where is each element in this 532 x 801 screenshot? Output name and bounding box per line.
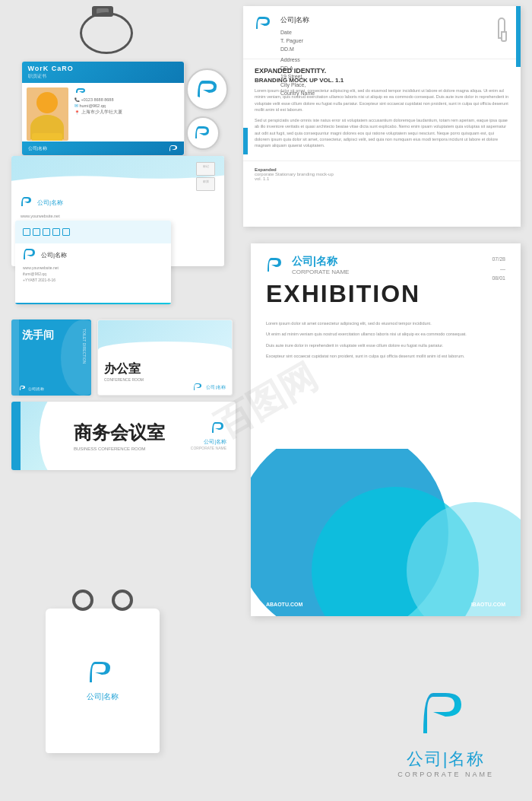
office-zh-title: 办公室 [104, 361, 226, 377]
id-card-photo [27, 87, 68, 141]
poster-date-separator: — [492, 265, 505, 275]
stamp-label-2: 邮票 [197, 178, 214, 183]
bottom-logo-area: 公司|名称 CORPORATE NAME [397, 689, 494, 778]
conference-zh-title: 商务会议室 [74, 421, 165, 445]
poster-date-1: 07/28 [492, 255, 505, 265]
badge-large [186, 68, 228, 110]
bag-company-name: 公司|名称 [87, 691, 119, 702]
poster-company-block: 公司|名称 CORPORATE NAME [292, 255, 349, 275]
id-phone: 📞 +0123 8688 8688 [74, 97, 179, 102]
id-card-name [74, 87, 179, 94]
conference-sign-logo: 公司|名称 CORPORATE NAME [191, 421, 226, 450]
biz-website: www.yourwebsite.net [23, 265, 163, 271]
biz-card-body: 公司|名称 www.yourwebsite.net ifumi@962.qq +… [15, 243, 171, 288]
conference-wave-area [21, 402, 62, 470]
envelope-company-name: 公司|名称 [37, 199, 63, 207]
letterhead-date-value: T. PaguerDD.M [280, 37, 315, 53]
toilet-sign: 洗手间 TOILET DIRECTION 公司|名称 [11, 319, 91, 396]
shopping-bag: 公司|名称 [46, 609, 160, 753]
biz-checkbox-5 [62, 228, 70, 236]
biz-checkbox-1 [23, 228, 30, 236]
toilet-sign-left-bar [11, 319, 19, 396]
bag-content: 公司|名称 [46, 609, 160, 753]
letterhead-header: 公司|名称 Date T. PaguerDD.M Address DD.A19 … [243, 6, 521, 59]
id-bottom-logo-icon [169, 145, 178, 152]
poster-main-title: EXHIBITION [266, 280, 505, 308]
toilet-logo-icon [19, 385, 27, 392]
bag-handle-right [112, 590, 133, 611]
letterhead-footer: Expanded corporate Stationary branding m… [243, 161, 521, 187]
conference-text-block: 商务会议室 BUSINESS CONFERENCE ROOM [74, 421, 165, 451]
office-logo-icon [193, 383, 204, 392]
letterhead-date: Date [280, 28, 315, 37]
bottom-company-en: CORPORATE NAME [397, 771, 494, 778]
exhibition-poster: 公司|名称 CORPORATE NAME EXHIBITION 07/28 — … [251, 243, 521, 616]
letterhead-addr-label: Address [280, 56, 315, 64]
poster-body: Lorem ipsum dolor sit amet consectetur a… [251, 320, 521, 371]
envelope-stamp-1: 标记 [196, 162, 215, 176]
conference-wave-shape [40, 402, 62, 470]
letterhead-company-name: 公司|名称 [280, 15, 315, 25]
office-sign-footer: 公司|名称 [193, 383, 226, 392]
envelope-wave-svg [11, 173, 224, 190]
envelope-logo-row: 公司|名称 [21, 196, 215, 208]
office-sign-top [98, 320, 232, 358]
biz-company-name: 公司|名称 [41, 251, 67, 259]
badge-small [186, 116, 220, 150]
bag-handle-left [72, 590, 93, 611]
business-card: 公司|名称 www.yourwebsite.net ifumi@962.qq +… [15, 221, 171, 304]
badge-small-logo [194, 125, 212, 141]
biz-phone: +YYABT 2021-8-16 [23, 277, 163, 283]
envelope-stamp-2: 邮票 [196, 177, 215, 191]
envelope-logo-icon [21, 196, 34, 208]
poster-text-4: Excepteur sint occaecat cupidatat non pr… [266, 353, 505, 360]
office-company: 公司|名称 [206, 384, 226, 391]
stamp-label-1: 标记 [197, 163, 214, 168]
letterhead-body: EXPANDED IDENTITY. BRANDING MOCK UP VOL.… [243, 59, 521, 161]
poster-text-2: Ut enim ad minim veniam quis nostrud exe… [266, 331, 505, 338]
office-sign-wave [98, 342, 232, 358]
office-sign-body: 办公室 CONFERENCE ROOM [98, 358, 232, 385]
poster-date-area: 07/28 — 08/01 [492, 255, 505, 284]
conference-company-en: CORPORATE NAME [191, 446, 226, 450]
biz-card-bottom-bar [15, 303, 171, 304]
sign-row-1: 洗手间 TOILET DIRECTION 公司|名称 办公室 CONFERENC… [11, 319, 239, 396]
avatar-shirt [32, 133, 62, 141]
biz-checkbox-3 [43, 228, 50, 236]
lanyard-rope [80, 6, 125, 59]
letterhead-logo-icon [255, 15, 273, 32]
letterhead-subtitle: BRANDING MOCK UP VOL. 1.1 [255, 77, 509, 84]
conference-company: 公司|名称 [191, 438, 226, 446]
office-en-subtitle: CONFERENCE ROOM [104, 377, 226, 382]
toilet-sign-inner: 洗手间 TOILET DIRECTION 公司|名称 [11, 319, 91, 396]
avatar-head [36, 92, 58, 113]
biz-checkbox-4 [52, 228, 60, 236]
id-card-subtitle: 职员证书 [28, 73, 74, 80]
envelope-stamp-area: 标记 邮票 [196, 162, 215, 192]
biz-card-details: www.yourwebsite.net ifumi@962.qq +YYABT … [23, 265, 163, 283]
id-card-header: WorK CaRO 职员证书 [22, 62, 184, 83]
toilet-sign-footer: 公司|名称 [19, 385, 44, 392]
letterhead-accent [516, 6, 521, 67]
toilet-en-label: TOILET DIRECTION [82, 329, 87, 364]
id-email: ✉ humi@962.qq [74, 103, 179, 108]
letterhead-body-text-1: Lorem ipsum dolor sit amet, consectetur … [255, 87, 509, 113]
paperclip-decoration [498, 17, 505, 39]
conference-logo-icon [211, 421, 226, 435]
biz-card-logo-row: 公司|名称 [23, 248, 163, 262]
letterhead-company-info: 公司|名称 Date T. PaguerDD.M Address DD.A19 … [280, 15, 315, 98]
lanyard-string [80, 12, 133, 54]
bag-logo-icon [87, 660, 118, 687]
office-sign: 办公室 CONFERENCE ROOM 公司|名称 [97, 319, 233, 396]
poster-website-left: ABAOTU.COM [266, 602, 302, 607]
letterhead-footer-vol: vol. 1.1 [255, 176, 509, 181]
poster-text-1: Lorem ipsum dolor sit amet consectetur a… [266, 320, 505, 327]
biz-email: ifumi@962.qq [23, 271, 163, 277]
id-bottom-company: 公司|名称 [28, 145, 48, 152]
letterhead-body-text-2: Sed ut perspiciatis unde omnis iste natu… [255, 117, 509, 148]
bottom-company-name: 公司|名称 [397, 748, 494, 771]
poster-company-en: CORPORATE NAME [292, 269, 349, 275]
conference-sign-left-bar [11, 402, 21, 470]
signs-area: 洗手间 TOILET DIRECTION 公司|名称 办公室 CONFERENC… [11, 319, 239, 470]
id-card-footer: 公司|名称 [22, 141, 184, 155]
